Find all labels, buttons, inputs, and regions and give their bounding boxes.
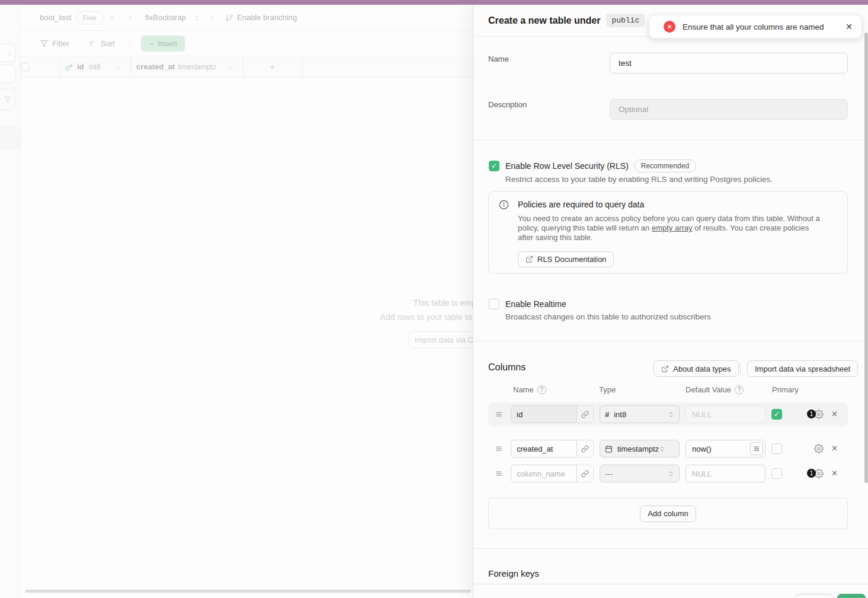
columns-heading: Columns <box>488 362 526 373</box>
save-button[interactable]: Save <box>837 594 866 598</box>
horizontal-scrollbar[interactable] <box>25 590 471 593</box>
panel-scrollbar[interactable] <box>864 33 868 483</box>
remove-column-icon[interactable] <box>831 469 838 478</box>
column-type-select[interactable]: --- <box>600 465 680 482</box>
chevrons-updown-icon[interactable] <box>108 15 115 21</box>
column-header-id[interactable]: id <box>77 56 84 78</box>
table-list-sidebar <box>0 5 21 598</box>
filter-button[interactable]: Filter <box>52 31 69 56</box>
col-header-type: Type <box>599 385 616 394</box>
column-type-value: timestamptz <box>617 444 659 453</box>
realtime-description: Broadcast changes on this table to autho… <box>505 312 711 321</box>
add-column-header-button[interactable] <box>270 56 275 78</box>
column-type-created-at: timestamptz <box>178 56 216 78</box>
table-name-input[interactable] <box>610 53 848 73</box>
name-label: Name <box>488 55 509 63</box>
calendar-icon <box>605 445 613 453</box>
table-menu-button[interactable] <box>0 127 20 149</box>
sort-button[interactable]: Sort <box>101 31 115 56</box>
add-column-label: Add column <box>648 509 688 518</box>
chevrons-updown-icon <box>668 411 674 418</box>
chevrons-updown-icon[interactable] <box>194 15 200 21</box>
schema-badge: public <box>606 14 645 27</box>
foreign-key-link-icon[interactable] <box>576 440 594 458</box>
error-toast: Ensure that all your columns are named <box>649 15 862 39</box>
help-icon[interactable] <box>537 385 546 394</box>
column-type-value: --- <box>605 469 613 478</box>
primary-checkbox[interactable] <box>771 468 782 479</box>
primary-key-icon <box>65 63 73 71</box>
foreign-key-link-icon[interactable] <box>576 465 594 482</box>
remove-column-icon[interactable] <box>831 444 838 453</box>
hash-icon <box>605 410 609 419</box>
search-tables-input[interactable] <box>0 65 16 83</box>
window-accent-bar <box>0 0 868 5</box>
import-spreadsheet-button[interactable]: Import data via spreadsheet <box>747 360 858 377</box>
column-type-id: int8 <box>89 56 100 78</box>
divider <box>740 362 741 375</box>
empty-array-link[interactable]: empty array <box>652 223 693 232</box>
drag-handle-icon[interactable] <box>495 469 503 478</box>
column-type-select[interactable]: timestamptz <box>600 440 680 458</box>
policies-note-body: You need to create an access policy befo… <box>518 214 826 242</box>
chevron-down-icon[interactable] <box>228 65 235 71</box>
drag-handle-icon[interactable] <box>495 410 503 418</box>
column-header-created-at[interactable]: created_at <box>136 56 175 78</box>
external-link-icon <box>526 255 533 263</box>
column-default-input[interactable] <box>686 465 765 482</box>
breadcrumb: boot_test Free / fixBootstrap / Enable b… <box>21 5 473 31</box>
info-icon <box>499 200 509 210</box>
column-type-select[interactable]: int8 <box>600 405 680 423</box>
column-default-input[interactable] <box>686 405 765 423</box>
select-all-checkbox[interactable] <box>21 63 29 71</box>
grid-header-row: id int8 created_at timestamptz <box>21 56 473 78</box>
cancel-button[interactable]: Cancel <box>796 594 834 598</box>
about-data-types-button[interactable]: About data types <box>654 360 739 377</box>
primary-checkbox[interactable] <box>771 443 782 454</box>
schema-select[interactable] <box>0 44 16 62</box>
foreign-key-link-icon[interactable] <box>576 405 594 423</box>
column-name-input[interactable] <box>511 405 577 423</box>
close-icon[interactable] <box>845 22 853 31</box>
chevrons-updown-icon <box>668 471 674 477</box>
divider <box>473 548 868 549</box>
toast-message: Ensure that all your columns are named <box>683 23 838 31</box>
column-name-input[interactable] <box>511 440 577 458</box>
sort-icon <box>89 40 97 47</box>
col-header-primary: Primary <box>772 385 799 394</box>
filter-tables-button[interactable] <box>0 89 16 110</box>
column-type-value: int8 <box>614 410 626 419</box>
git-branch-icon <box>225 14 233 22</box>
help-icon[interactable] <box>735 385 744 394</box>
chevron-down-icon <box>149 41 155 47</box>
enable-branching-button[interactable]: Enable branching <box>237 5 297 31</box>
rls-description: Restrict access to your table by enablin… <box>505 175 773 184</box>
drag-handle-icon[interactable] <box>495 444 503 453</box>
settings-count-badge: 1 <box>807 410 816 418</box>
remove-column-icon[interactable] <box>831 410 838 419</box>
primary-checkbox[interactable] <box>771 409 782 420</box>
gear-icon[interactable] <box>814 444 824 453</box>
table-description-input[interactable] <box>610 99 848 120</box>
breadcrumb-project[interactable]: boot_test <box>40 5 72 31</box>
chevron-down-icon[interactable] <box>114 65 121 71</box>
description-label: Description <box>488 100 527 109</box>
error-icon <box>664 21 675 33</box>
panel-footer: Cancel Save <box>473 584 868 598</box>
rls-documentation-button[interactable]: RLS Documentation <box>518 251 614 267</box>
insert-button-label: Insert <box>158 39 177 48</box>
realtime-checkbox[interactable] <box>489 299 499 309</box>
realtime-label[interactable]: Enable Realtime <box>505 299 566 309</box>
column-name-input[interactable] <box>511 465 577 482</box>
divider <box>473 341 868 341</box>
add-column-dropzone: Add column <box>488 498 848 529</box>
external-link-icon <box>661 365 669 373</box>
rls-label[interactable]: Enable Row Level Security (RLS) <box>505 161 629 171</box>
rls-checkbox[interactable] <box>489 161 499 171</box>
funnel-icon <box>4 96 11 103</box>
policies-note-title: Policies are required to query data <box>518 200 644 209</box>
default-options-icon[interactable] <box>750 442 763 455</box>
add-column-button[interactable]: Add column <box>640 506 696 522</box>
breadcrumb-branch[interactable]: fixBootstrap <box>145 5 186 31</box>
insert-button[interactable]: Insert <box>141 36 185 52</box>
